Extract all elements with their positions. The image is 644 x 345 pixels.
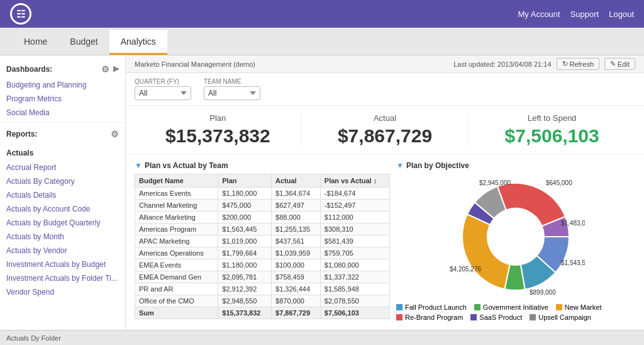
kpi-actual-label: Actual	[302, 113, 469, 123]
cell-plan: $200,000	[218, 212, 272, 223]
logout-link[interactable]: Logout	[609, 9, 634, 19]
legend-color-box	[396, 304, 402, 310]
refresh-button[interactable]: ↻ Refresh	[557, 58, 600, 70]
refresh-icon: ↻	[562, 60, 568, 68]
bottom-bar: Actuals Dy Folder	[0, 330, 644, 345]
legend-color-box	[470, 314, 477, 320]
main-content: Dashboards: ⚙ ▶ Budgeting and Planning P…	[0, 55, 644, 345]
sidebar: Dashboards: ⚙ ▶ Budgeting and Planning P…	[0, 55, 126, 345]
filters-bar: QUARTER (FY) All TEAM NAME All	[126, 73, 644, 106]
breadcrumb-bar: Marketo Financial Management (demo) Last…	[126, 55, 644, 73]
sum-plan: $15,373,832	[218, 307, 272, 319]
cell-pvsa: $1,585,948	[320, 283, 389, 295]
legend-item: Upsell Campaign	[530, 314, 591, 321]
donut-chart-svg: $2,945,000$645,000$1,483,000$1,543,500$8…	[447, 174, 585, 300]
sidebar-link-investment-folder[interactable]: Investment Actuals by Folder Ti...	[0, 271, 125, 285]
legend-color-box	[556, 304, 562, 310]
cell-pvsa: $2,078,550	[320, 295, 389, 307]
cell-name: Americas Events	[135, 188, 218, 200]
cell-name: Americas Program	[135, 223, 218, 235]
sidebar-link-actuals-category[interactable]: Actuals By Category	[0, 174, 125, 188]
cell-pvsa: $112,000	[320, 212, 389, 223]
cell-name: Americas Operations	[135, 247, 218, 259]
svg-text:$1,543,500: $1,543,500	[561, 259, 585, 266]
col-budget-name: Budget Name	[135, 174, 218, 188]
last-updated-text: Last updated: 2013/04/08 21:14	[453, 60, 551, 68]
support-link[interactable]: Support	[570, 9, 599, 19]
cell-plan: $1,563,445	[218, 223, 272, 235]
col-pvsa[interactable]: Plan vs Actual ↕	[320, 174, 389, 188]
kpi-plan: Plan $15,373,832	[135, 113, 302, 147]
cell-pvsa: -$152,497	[320, 200, 389, 212]
team-filter-select[interactable]: All	[204, 86, 260, 100]
kpi-plan-label: Plan	[135, 113, 301, 123]
my-account-link[interactable]: My Account	[518, 9, 560, 19]
sidebar-link-actuals-details[interactable]: Actuals Details	[0, 188, 125, 202]
cell-name: EMEA Events	[135, 259, 218, 271]
legend-item: New Market	[556, 303, 602, 311]
kpi-left-to-spend: Left to Spend $7,506,103	[469, 113, 635, 147]
cell-actual: $100,000	[272, 259, 321, 271]
charts-area: ▼ Plan vs Actual by Team Budget Name Pla…	[126, 155, 644, 327]
kpi-section: Plan $15,373,832 Actual $7,867,729 Left …	[126, 106, 644, 155]
legend-label: Fall Product Launch	[405, 303, 467, 311]
cell-plan: $1,180,000	[218, 259, 272, 271]
sidebar-link-vendor-spend[interactable]: Vendor Spend	[0, 285, 125, 299]
cell-pvsa: $1,337,322	[320, 271, 389, 283]
cell-name: Channel Marketing	[135, 200, 218, 212]
cell-actual: $627,497	[272, 200, 321, 212]
svg-text:$2,945,000: $2,945,000	[479, 179, 511, 186]
sidebar-link-actuals-budget-quarterly[interactable]: Actuals by Budget Quarterly	[0, 216, 125, 230]
legend-label: New Market	[565, 303, 602, 311]
legend-color-box	[474, 304, 480, 310]
top-right-links: My Account Support Logout	[518, 9, 634, 19]
col-plan: Plan	[218, 174, 272, 188]
team-filter-label: TEAM NAME	[204, 78, 260, 85]
reports-gear-icon[interactable]: ⚙	[111, 129, 119, 139]
dashboards-header: Dashboards: ⚙ ▶	[0, 60, 125, 78]
cell-name: PR and AR	[135, 283, 218, 295]
plan-actual-table: Budget Name Plan Actual Plan vs Actual ↕…	[135, 174, 390, 319]
sidebar-link-investment-budget[interactable]: Investment Actuals by Budget	[0, 257, 125, 271]
table-row: EMEA Events $1,180,000 $100,000 $1,080,0…	[135, 259, 390, 271]
sum-label: Sum	[135, 307, 218, 319]
cell-actual: $437,561	[272, 235, 321, 247]
sidebar-link-actuals-vendor[interactable]: Actuals by Vendor	[0, 244, 125, 257]
cell-plan: $2,095,781	[218, 271, 272, 283]
donut-filter-icon: ▼	[396, 161, 404, 170]
table-row: Americas Operations $1,799,664 $1,039,95…	[135, 247, 390, 259]
cell-pvsa: $1,080,000	[320, 259, 389, 271]
svg-text:$4,205,276: $4,205,276	[450, 266, 481, 273]
cell-actual: $1,039,959	[272, 247, 321, 259]
sidebar-link-social-media[interactable]: Social Media	[0, 106, 125, 120]
sidebar-link-actuals-month[interactable]: Actuals by Month	[0, 230, 125, 244]
nav-home[interactable]: Home	[13, 30, 58, 55]
quarter-filter-select[interactable]: All	[135, 86, 191, 100]
dashboards-gear-icon[interactable]: ⚙	[101, 64, 109, 74]
cell-pvsa: -$184,674	[320, 188, 389, 200]
dashboards-collapse-icon[interactable]: ▶	[113, 64, 119, 74]
cell-actual: $88,000	[272, 212, 321, 223]
top-bar: ☷ My Account Support Logout	[0, 0, 644, 28]
sidebar-divider	[0, 122, 125, 123]
nav-budget[interactable]: Budget	[58, 30, 109, 55]
sum-actual: $7,867,729	[272, 307, 321, 319]
table-row: Americas Events $1,180,000 $1,364,674 -$…	[135, 188, 390, 200]
nav-analytics[interactable]: Analytics	[109, 30, 167, 55]
legend-label: Upsell Campaign	[538, 314, 591, 321]
sidebar-link-program-metrics[interactable]: Program Metrics	[0, 92, 125, 106]
legend-color-box	[396, 314, 402, 320]
sort-icon: ↕	[374, 177, 377, 184]
svg-text:$899,000: $899,000	[530, 289, 556, 296]
cell-name: Office of the CMO	[135, 295, 218, 307]
sidebar-link-accrual[interactable]: Accrual Report	[0, 161, 125, 174]
sidebar-link-actuals-account-code[interactable]: Actuals by Account Code	[0, 202, 125, 216]
legend-label: Re-Brand Program	[405, 314, 463, 321]
cell-actual: $1,255,135	[272, 223, 321, 235]
svg-text:$645,000: $645,000	[546, 179, 572, 186]
kpi-actual-value: $7,867,729	[302, 125, 469, 147]
edit-button[interactable]: ✎ Edit	[604, 58, 635, 70]
plan-vs-actual-section: ▼ Plan vs Actual by Team Budget Name Pla…	[135, 161, 390, 321]
sidebar-link-budgeting[interactable]: Budgeting and Planning	[0, 78, 125, 92]
cell-plan: $1,799,664	[218, 247, 272, 259]
